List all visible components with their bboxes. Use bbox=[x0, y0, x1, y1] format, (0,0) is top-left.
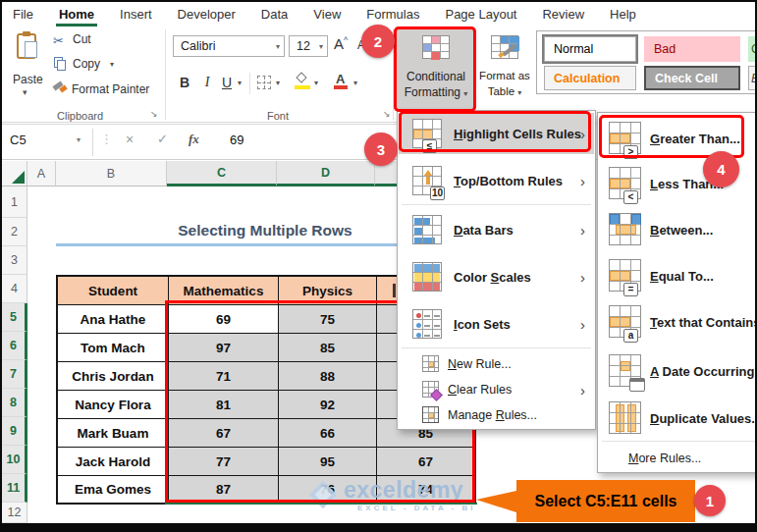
submenu-item-a-date-occurring[interactable]: A Date Occurring... bbox=[599, 349, 757, 393]
underline-button[interactable]: U bbox=[220, 73, 234, 92]
col-header-c[interactable]: C bbox=[167, 161, 277, 186]
paste-button[interactable]: Paste ▾ bbox=[10, 31, 49, 104]
col-header-a[interactable]: A bbox=[27, 161, 56, 186]
tab-developer[interactable]: Developer bbox=[178, 7, 236, 22]
duplicate-values-icon bbox=[609, 401, 641, 434]
menu-item-manage-rules[interactable]: Manage Rules... bbox=[399, 403, 594, 427]
copy-button[interactable]: Copy ▾ bbox=[53, 55, 161, 73]
cut-button[interactable]: ✂ Cut bbox=[53, 31, 161, 47]
menu-item-new-rule[interactable]: New Rule... bbox=[399, 352, 594, 376]
tab-page-layout[interactable]: Page Layout bbox=[445, 7, 516, 22]
font-dialog-launcher-icon[interactable]: ↘ bbox=[383, 109, 391, 119]
scissors-icon: ✂ bbox=[53, 33, 64, 48]
paste-dropdown-caret-icon[interactable]: ▾ bbox=[23, 87, 27, 97]
menu-item-clear-rules[interactable]: Clear Rules › bbox=[399, 378, 594, 401]
submenu-arrow-icon: › bbox=[580, 316, 585, 333]
row-header-10[interactable]: 10 bbox=[2, 446, 27, 474]
cell-b7[interactable]: Chris Jordan bbox=[58, 362, 169, 391]
row-header-2[interactable]: 2 bbox=[2, 218, 27, 246]
menu-item-icon-sets[interactable]: Icon Sets › bbox=[399, 302, 594, 346]
tab-review[interactable]: Review bbox=[542, 7, 584, 22]
formula-input[interactable]: 69 bbox=[230, 133, 243, 147]
style-calculation[interactable]: Calculation bbox=[544, 66, 636, 90]
menu-item-top-bottom-rules[interactable]: 10 Top/Bottom Rules › bbox=[399, 159, 594, 202]
name-box-caret-icon[interactable]: ▾ bbox=[77, 135, 81, 144]
fill-color-caret-icon[interactable]: ▾ bbox=[314, 79, 318, 87]
submenu-arrow-icon: › bbox=[580, 173, 585, 189]
format-painter-button[interactable]: Format Painter bbox=[51, 80, 179, 98]
submenu-item-duplicate-values[interactable]: Duplicate Values... bbox=[599, 397, 757, 440]
font-color-a-glyph: A bbox=[336, 72, 345, 86]
icon-sets-icon bbox=[412, 309, 442, 339]
frame-left bbox=[0, 0, 2, 532]
name-box[interactable]: C5 bbox=[10, 133, 27, 147]
row-header-1[interactable]: 1 bbox=[2, 186, 27, 218]
menu-item-color-scales[interactable]: Color Scales › bbox=[399, 255, 594, 298]
color-scales-icon bbox=[412, 262, 442, 292]
style-normal[interactable]: Normal bbox=[544, 36, 636, 62]
style-bad[interactable]: Bad bbox=[644, 36, 740, 62]
col-header-d[interactable]: D bbox=[277, 161, 375, 186]
tab-view[interactable]: View bbox=[313, 7, 341, 22]
copy-dropdown-caret-icon[interactable]: ▾ bbox=[110, 60, 114, 69]
font-size-value: 12 bbox=[297, 39, 310, 53]
row-header-4[interactable]: 4 bbox=[2, 275, 27, 303]
increase-font-size-button[interactable]: A^ bbox=[334, 35, 348, 52]
cell-b11[interactable]: Ema Gomes bbox=[58, 476, 169, 505]
select-all-triangle-icon bbox=[12, 171, 25, 184]
row-header-12[interactable]: 12 bbox=[2, 503, 27, 523]
cell-b6[interactable]: Tom Mach bbox=[58, 334, 169, 362]
tab-insert[interactable]: Insert bbox=[120, 7, 152, 22]
underline-caret-icon[interactable]: ▾ bbox=[238, 79, 242, 87]
borders-button[interactable] bbox=[257, 76, 271, 89]
formula-bar-grip-icon: ⋮ bbox=[100, 132, 113, 146]
submenu-separator bbox=[602, 441, 755, 442]
row-header-8[interactable]: 8 bbox=[2, 389, 27, 417]
tab-home[interactable]: Home bbox=[59, 7, 94, 22]
step-circle-4: 4 bbox=[703, 151, 739, 187]
select-all-button[interactable] bbox=[2, 161, 27, 186]
font-name-caret-icon: ▾ bbox=[276, 42, 280, 51]
row-header-11[interactable]: 11 bbox=[2, 474, 27, 503]
row-header-6[interactable]: 6 bbox=[2, 332, 27, 360]
cell-b10[interactable]: Jack Harold bbox=[58, 448, 169, 476]
submenu-item-equal-to[interactable]: = Equal To... bbox=[599, 254, 757, 297]
font-color-button[interactable]: A bbox=[334, 72, 350, 92]
callout-select-cells: Select C5:E11 cells bbox=[516, 480, 695, 522]
cell-b8[interactable]: Nancy Flora bbox=[58, 391, 169, 419]
font-name-combo[interactable]: Calibri ▾ bbox=[173, 35, 285, 57]
fill-color-button[interactable] bbox=[295, 73, 312, 92]
equal-to-icon: = bbox=[609, 259, 641, 292]
row-header-3[interactable]: 3 bbox=[2, 246, 27, 275]
submenu-arrow-icon: › bbox=[580, 269, 585, 286]
format-as-table-button[interactable]: Format as Table ▾ bbox=[477, 28, 532, 111]
submenu-item-more-rules[interactable]: More Rules... bbox=[599, 447, 757, 470]
fat-label-line2: Table ▾ bbox=[477, 85, 532, 97]
conditional-formatting-menu: ≤ Highlight Cells Rules › 10 Top/Bottom … bbox=[397, 110, 596, 430]
bold-button[interactable]: B bbox=[177, 73, 192, 92]
enter-icon[interactable]: ✓ bbox=[157, 132, 168, 146]
cell-b9[interactable]: Mark Buam bbox=[58, 419, 169, 448]
cell-b5[interactable]: Ana Hathe bbox=[58, 305, 169, 334]
tab-data[interactable]: Data bbox=[261, 7, 288, 22]
menu-item-data-bars[interactable]: Data Bars › bbox=[399, 208, 594, 251]
font-color-caret-icon[interactable]: ▾ bbox=[353, 79, 357, 87]
borders-caret-icon[interactable]: ▾ bbox=[276, 79, 280, 87]
italic-button[interactable]: I bbox=[200, 73, 214, 92]
fx-icon[interactable]: fx bbox=[189, 132, 199, 147]
col-header-b[interactable]: B bbox=[56, 161, 167, 186]
clipboard-dialog-launcher-icon[interactable]: ↘ bbox=[150, 109, 158, 119]
table-header-student[interactable]: Student bbox=[58, 277, 169, 305]
tab-formulas[interactable]: Formulas bbox=[366, 7, 419, 22]
cancel-icon[interactable]: × bbox=[126, 132, 134, 147]
submenu-item-text-that-contains[interactable]: a Text that Contains... bbox=[599, 300, 757, 344]
row-header-9[interactable]: 9 bbox=[2, 417, 27, 446]
top-bottom-rules-icon: 10 bbox=[412, 166, 442, 195]
row-header-5[interactable]: 5 bbox=[2, 303, 27, 332]
font-size-combo[interactable]: 12 ▾ bbox=[289, 35, 328, 57]
submenu-item-between[interactable]: Between... bbox=[599, 208, 757, 251]
tab-help[interactable]: Help bbox=[610, 7, 636, 22]
tab-file[interactable]: File bbox=[13, 7, 33, 22]
row-header-7[interactable]: 7 bbox=[2, 360, 27, 389]
style-check-cell[interactable]: Check Cell bbox=[644, 66, 740, 90]
